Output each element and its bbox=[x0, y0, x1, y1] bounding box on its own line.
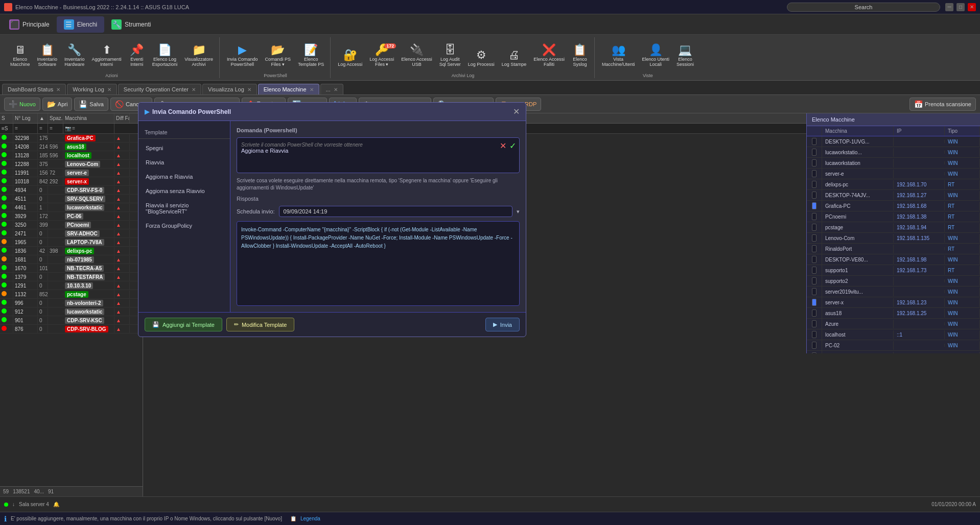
nuovo-button[interactable]: ➕ Nuovo bbox=[4, 98, 40, 111]
tab-close-5[interactable]: ✕ bbox=[334, 87, 338, 92]
rp-checkbox[interactable] bbox=[812, 309, 816, 317]
tb-elenco-sessioni[interactable]: 💻 ElencoSessioni bbox=[673, 42, 697, 69]
table-row[interactable]: 14208 214 596 asus18 ▲ bbox=[0, 142, 143, 151]
tb-elenco-macchine[interactable]: 🖥 ElencoMacchine bbox=[7, 42, 33, 69]
table-row[interactable]: 876 0 CDP-SRV-BLOG ▲ bbox=[0, 325, 143, 333]
rp-checkbox[interactable] bbox=[812, 234, 816, 242]
rp-checkbox[interactable] bbox=[812, 267, 816, 274]
tb-log-processi[interactable]: ⚙ Log Processi bbox=[465, 47, 498, 69]
tb-log-accessi-files[interactable]: 🔑 172 Log AccessiFiles ▾ bbox=[366, 42, 397, 69]
tab-security[interactable]: Security Operation Center ✕ bbox=[118, 84, 201, 94]
rp-checkbox[interactable] bbox=[812, 192, 816, 199]
minimize-button[interactable]: ─ bbox=[945, 3, 953, 11]
table-row[interactable]: 3250 399 PCnoemi ▲ bbox=[0, 221, 143, 229]
table-row[interactable]: 1379 0 NB-TESTAFRA ▲ bbox=[0, 273, 143, 281]
schedule-input[interactable] bbox=[279, 206, 512, 217]
rp-checkbox[interactable] bbox=[812, 202, 816, 209]
rp-checkbox[interactable] bbox=[812, 288, 816, 295]
tab-dashboard-status[interactable]: DashBoard Status ✕ bbox=[2, 84, 66, 94]
table-row[interactable]: 4934 0 CDP-SRV-FS-0 ▲ bbox=[0, 186, 143, 195]
modal-close-button[interactable]: ✕ bbox=[513, 107, 520, 116]
table-row[interactable]: 11991 1569 72 server-e ▲ bbox=[0, 169, 143, 177]
tb-comandi-ps[interactable]: 📂 Comandi PSFiles ▾ bbox=[262, 42, 294, 69]
rp-list-item[interactable]: PC-02 WIN bbox=[807, 340, 980, 351]
tab-close-0[interactable]: ✕ bbox=[56, 87, 60, 92]
table-row[interactable]: 4511 0 SRV-SQLSERV ▲ bbox=[0, 195, 143, 203]
tb-accessi-falliti[interactable]: ❌ Elenco AccessiFalliti bbox=[530, 42, 568, 69]
rp-list-item[interactable]: supporto2 WIN bbox=[807, 276, 980, 287]
tb-syslog[interactable]: 📋 ElencoSyslog bbox=[569, 42, 591, 69]
tab-elenco-macchine[interactable]: Elenco Macchine ✕ bbox=[258, 84, 319, 94]
invia-button[interactable]: ▶ Invia bbox=[485, 318, 520, 331]
rp-list-item[interactable]: PCnoemi 192.168.1.38 RT bbox=[807, 211, 980, 222]
rp-list-item[interactable]: Lenovo-Com 192.168.1.135 WIN bbox=[807, 233, 980, 244]
template-aggiorna-senza[interactable]: Aggiorna senza Riavvio bbox=[138, 184, 230, 198]
table-row[interactable]: 1670 101 NB-TECRA-A5 ▲ bbox=[0, 264, 143, 273]
add-template-button[interactable]: 💾 Aggiungi ai Template bbox=[145, 318, 222, 331]
tab-close-4[interactable]: ✕ bbox=[310, 87, 314, 92]
close-button[interactable]: ✕ bbox=[968, 3, 976, 11]
machine-list[interactable]: 32298 175 Grafica-PC ▲ 14208 214 596 asu… bbox=[0, 134, 143, 486]
menu-elenchi[interactable]: ☰ Elenchi bbox=[57, 16, 104, 33]
table-row[interactable]: 996 0 nb-volonteri-2 ▲ bbox=[0, 299, 143, 307]
tb-inventario-hardware[interactable]: 🔧 InventarioHardware bbox=[61, 42, 88, 69]
tb-visualizzatore-archivi[interactable]: 📁 VisualizzatoreArchivi bbox=[181, 42, 216, 69]
menu-strumenti[interactable]: 🔧 Strumenti bbox=[104, 16, 158, 33]
rp-list-item[interactable]: asus18 192.168.1.25 WIN bbox=[807, 308, 980, 319]
rp-checkbox[interactable] bbox=[812, 320, 816, 327]
rp-list-item[interactable]: delixps-pc 192.168.1.70 RT bbox=[807, 179, 980, 190]
rp-list-item[interactable]: lucaworkstation WIN bbox=[807, 158, 980, 169]
rp-list-item[interactable]: lucaworkstatio... WIN bbox=[807, 147, 980, 158]
tb-inventario-software[interactable]: 📋 InventarioSoftware bbox=[34, 42, 61, 69]
rp-checkbox[interactable] bbox=[812, 299, 816, 306]
rp-list-item[interactable]: supporto1 192.168.1.73 RT bbox=[807, 265, 980, 276]
rp-checkbox[interactable] bbox=[812, 138, 816, 145]
tb-aggiornamenti-interni[interactable]: ⬆ AggiornamentiInterni bbox=[89, 42, 125, 69]
table-row[interactable]: 901 0 CDP-SRV-KSC ▲ bbox=[0, 316, 143, 325]
rp-list-item[interactable]: server-x 192.168.1.23 WIN bbox=[807, 297, 980, 308]
table-row[interactable]: 4461 1 lucaworkstatic ▲ bbox=[0, 203, 143, 212]
tb-vista-macchine-utenti[interactable]: 👥 VistaMacchine/Utenti bbox=[599, 42, 638, 69]
template-riavvia-servizio[interactable]: Riavvia il servizio "BlogServiceRT" bbox=[138, 198, 230, 219]
tb-elenco-accessi-usb[interactable]: 🔌 Elenco AccessiUSB bbox=[398, 42, 435, 69]
table-row[interactable]: 1132 852 pcstage ▲ bbox=[0, 290, 143, 299]
tab-extra[interactable]: ... ✕ bbox=[320, 84, 343, 94]
rp-list-item[interactable]: server-e WIN bbox=[807, 169, 980, 179]
rp-checkbox[interactable] bbox=[812, 224, 816, 231]
rp-list-item[interactable]: RinaldoPort RT bbox=[807, 244, 980, 254]
rp-checkbox[interactable] bbox=[812, 342, 816, 349]
table-row[interactable]: 2471 0 SRV-ADHOC ▲ bbox=[0, 229, 143, 238]
tab-close-3[interactable]: ✕ bbox=[247, 87, 251, 92]
rp-checkbox[interactable] bbox=[812, 149, 816, 156]
prenota-scansione-button[interactable]: 📅 Prenota scansione bbox=[909, 98, 976, 111]
template-aggiorna-riavvia[interactable]: Aggiorna e Riavvia bbox=[138, 170, 230, 184]
rp-checkbox[interactable] bbox=[812, 170, 816, 177]
tb-invia-comando-ps[interactable]: ▶ Invia ComandoPowerShell bbox=[224, 42, 261, 69]
table-row[interactable]: 12288 375 Lenovo-Com ▲ bbox=[0, 160, 143, 169]
rp-checkbox[interactable] bbox=[812, 256, 816, 263]
ps-command-input[interactable]: Scrivete il comando PowerShell che vorre… bbox=[237, 137, 520, 173]
rp-list-item[interactable]: pcstage 192.168.1.94 RT bbox=[807, 222, 980, 233]
tb-log-accessi[interactable]: 🔐 Log Accessi bbox=[335, 47, 365, 69]
rp-list-item[interactable]: DESKTOP-VE80... 192.168.1.98 WIN bbox=[807, 254, 980, 265]
table-row[interactable]: 912 0 lucaworkstatic ▲ bbox=[0, 307, 143, 316]
rp-checkbox[interactable] bbox=[812, 352, 816, 353]
tab-close-2[interactable]: ✕ bbox=[192, 87, 196, 92]
rp-list-item[interactable]: server2019vitu... WIN bbox=[807, 287, 980, 297]
rp-checkbox[interactable] bbox=[812, 213, 816, 220]
tab-close-1[interactable]: ✕ bbox=[107, 87, 111, 92]
search-box[interactable]: Search bbox=[787, 3, 940, 12]
tab-working-log[interactable]: Working Log ✕ bbox=[67, 84, 117, 94]
table-row[interactable]: 1291 0 10.10.3.10 ▲ bbox=[0, 281, 143, 290]
rp-list-item[interactable]: DESKTOP-74AJV... 192.168.1.27 WIN bbox=[807, 190, 980, 201]
rp-list-item[interactable]: Grafica-PC 192.168.1.68 RT bbox=[807, 201, 980, 211]
template-spegni[interactable]: Spegni bbox=[138, 141, 230, 155]
salva-button[interactable]: 💾 Salva bbox=[74, 98, 108, 111]
tb-log-stampe[interactable]: 🖨 Log Stampe bbox=[499, 47, 530, 69]
table-row[interactable]: 13128 185 596 localhost ▲ bbox=[0, 151, 143, 160]
table-row[interactable]: 3929 172 PC-06 ▲ bbox=[0, 212, 143, 221]
apri-button[interactable]: 📂 Apri bbox=[42, 98, 73, 111]
table-row[interactable]: 1965 0 LAPTOP-7V8A ▲ bbox=[0, 238, 143, 247]
tb-elenco-log-esportazioni[interactable]: 📄 Elenco LogEsportazioni bbox=[149, 42, 181, 69]
tb-elenco-utenti-locali[interactable]: 👤 Elenco UtentiLocali bbox=[639, 42, 672, 69]
